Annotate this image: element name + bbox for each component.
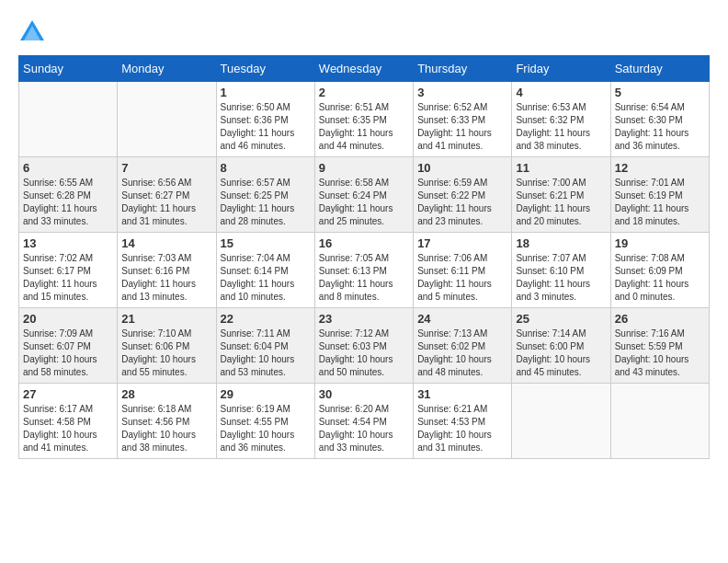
day-info: Sunrise: 6:58 AMSunset: 6:24 PMDaylight:… [319,177,409,228]
day-number: 9 [319,161,409,175]
day-info: Sunrise: 6:21 AMSunset: 4:53 PMDaylight:… [417,403,507,454]
calendar-day-cell: 1Sunrise: 6:50 AMSunset: 6:36 PMDaylight… [216,82,314,157]
weekday-header: Tuesday [216,56,314,82]
calendar-week-row: 1Sunrise: 6:50 AMSunset: 6:36 PMDaylight… [19,82,710,157]
day-number: 16 [319,236,409,250]
day-info: Sunrise: 7:14 AMSunset: 6:00 PMDaylight:… [516,327,606,379]
calendar-day-cell: 4Sunrise: 6:53 AMSunset: 6:32 PMDaylight… [512,82,610,157]
day-number: 15 [221,236,311,250]
calendar-day-cell: 28Sunrise: 6:18 AMSunset: 4:56 PMDayligh… [118,384,216,459]
day-number: 2 [319,86,409,99]
day-info: Sunrise: 6:52 AMSunset: 6:33 PMDaylight:… [417,101,507,153]
day-info: Sunrise: 6:20 AMSunset: 4:54 PMDaylight:… [319,403,409,454]
calendar-day-cell [512,384,610,459]
calendar-table: SundayMondayTuesdayWednesdayThursdayFrid… [18,55,710,459]
day-number: 4 [516,86,606,99]
calendar-day-cell: 15Sunrise: 7:04 AMSunset: 6:14 PMDayligh… [216,233,314,308]
day-number: 17 [417,236,507,250]
calendar-day-cell: 24Sunrise: 7:13 AMSunset: 6:02 PMDayligh… [414,308,512,384]
day-number: 30 [319,387,409,401]
day-number: 24 [417,312,507,326]
day-info: Sunrise: 7:09 AMSunset: 6:07 PMDaylight:… [23,327,113,379]
day-number: 5 [615,86,705,99]
day-number: 22 [221,312,311,326]
day-number: 3 [417,86,507,99]
day-number: 12 [615,161,705,175]
calendar-day-cell: 31Sunrise: 6:21 AMSunset: 4:53 PMDayligh… [414,384,512,459]
day-info: Sunrise: 7:05 AMSunset: 6:13 PMDaylight:… [319,252,409,304]
calendar-day-cell: 14Sunrise: 7:03 AMSunset: 6:16 PMDayligh… [118,233,216,308]
calendar-header-row: SundayMondayTuesdayWednesdayThursdayFrid… [19,56,710,82]
day-info: Sunrise: 7:11 AMSunset: 6:04 PMDaylight:… [221,327,311,379]
calendar-day-cell: 16Sunrise: 7:05 AMSunset: 6:13 PMDayligh… [314,233,413,308]
calendar-day-cell: 11Sunrise: 7:00 AMSunset: 6:21 PMDayligh… [512,157,610,233]
calendar-day-cell: 10Sunrise: 6:59 AMSunset: 6:22 PMDayligh… [414,157,512,233]
weekday-header: Monday [118,56,216,82]
page-header [18,18,710,46]
weekday-header: Saturday [610,56,709,82]
weekday-header: Friday [512,56,610,82]
day-number: 21 [121,312,211,326]
day-info: Sunrise: 6:50 AMSunset: 6:36 PMDaylight:… [221,101,311,153]
day-info: Sunrise: 6:56 AMSunset: 6:27 PMDaylight:… [121,177,211,228]
calendar-day-cell: 9Sunrise: 6:58 AMSunset: 6:24 PMDaylight… [314,157,413,233]
logo-icon [18,18,46,46]
day-number: 28 [121,387,211,401]
day-info: Sunrise: 7:07 AMSunset: 6:10 PMDaylight:… [516,252,606,304]
calendar-day-cell: 7Sunrise: 6:56 AMSunset: 6:27 PMDaylight… [118,157,216,233]
calendar-day-cell: 5Sunrise: 6:54 AMSunset: 6:30 PMDaylight… [610,82,709,157]
day-info: Sunrise: 6:51 AMSunset: 6:35 PMDaylight:… [319,101,409,153]
calendar-week-row: 20Sunrise: 7:09 AMSunset: 6:07 PMDayligh… [19,308,710,384]
day-info: Sunrise: 6:57 AMSunset: 6:25 PMDaylight:… [221,177,311,228]
day-info: Sunrise: 7:06 AMSunset: 6:11 PMDaylight:… [417,252,507,304]
weekday-header: Thursday [414,56,512,82]
day-info: Sunrise: 7:03 AMSunset: 6:16 PMDaylight:… [121,252,211,304]
day-number: 8 [221,161,311,175]
logo [18,18,50,46]
calendar-day-cell: 20Sunrise: 7:09 AMSunset: 6:07 PMDayligh… [19,308,118,384]
calendar-day-cell: 6Sunrise: 6:55 AMSunset: 6:28 PMDaylight… [19,157,118,233]
calendar-day-cell: 8Sunrise: 6:57 AMSunset: 6:25 PMDaylight… [216,157,314,233]
calendar-day-cell: 22Sunrise: 7:11 AMSunset: 6:04 PMDayligh… [216,308,314,384]
day-number: 19 [615,236,705,250]
day-number: 18 [516,236,606,250]
day-number: 27 [23,387,113,401]
calendar-day-cell: 18Sunrise: 7:07 AMSunset: 6:10 PMDayligh… [512,233,610,308]
day-info: Sunrise: 7:02 AMSunset: 6:17 PMDaylight:… [23,252,113,304]
day-info: Sunrise: 7:13 AMSunset: 6:02 PMDaylight:… [417,327,507,379]
calendar-day-cell: 25Sunrise: 7:14 AMSunset: 6:00 PMDayligh… [512,308,610,384]
day-info: Sunrise: 7:10 AMSunset: 6:06 PMDaylight:… [121,327,211,379]
calendar-day-cell [19,82,118,157]
calendar-day-cell: 12Sunrise: 7:01 AMSunset: 6:19 PMDayligh… [610,157,709,233]
day-info: Sunrise: 7:04 AMSunset: 6:14 PMDaylight:… [221,252,311,304]
day-info: Sunrise: 7:16 AMSunset: 5:59 PMDaylight:… [615,327,705,379]
day-info: Sunrise: 6:55 AMSunset: 6:28 PMDaylight:… [23,177,113,228]
calendar-day-cell: 21Sunrise: 7:10 AMSunset: 6:06 PMDayligh… [118,308,216,384]
calendar-day-cell: 26Sunrise: 7:16 AMSunset: 5:59 PMDayligh… [610,308,709,384]
calendar-day-cell: 23Sunrise: 7:12 AMSunset: 6:03 PMDayligh… [314,308,413,384]
calendar-day-cell: 30Sunrise: 6:20 AMSunset: 4:54 PMDayligh… [314,384,413,459]
calendar-day-cell: 13Sunrise: 7:02 AMSunset: 6:17 PMDayligh… [19,233,118,308]
day-number: 10 [417,161,507,175]
weekday-header: Sunday [19,56,118,82]
day-info: Sunrise: 7:00 AMSunset: 6:21 PMDaylight:… [516,177,606,228]
calendar-day-cell: 29Sunrise: 6:19 AMSunset: 4:55 PMDayligh… [216,384,314,459]
day-number: 7 [121,161,211,175]
day-number: 26 [615,312,705,326]
calendar-day-cell [610,384,709,459]
calendar-day-cell: 2Sunrise: 6:51 AMSunset: 6:35 PMDaylight… [314,82,413,157]
day-number: 1 [221,86,311,99]
day-number: 14 [121,236,211,250]
calendar-day-cell: 3Sunrise: 6:52 AMSunset: 6:33 PMDaylight… [414,82,512,157]
day-info: Sunrise: 6:53 AMSunset: 6:32 PMDaylight:… [516,101,606,153]
day-info: Sunrise: 7:12 AMSunset: 6:03 PMDaylight:… [319,327,409,379]
calendar-week-row: 13Sunrise: 7:02 AMSunset: 6:17 PMDayligh… [19,233,710,308]
calendar-week-row: 6Sunrise: 6:55 AMSunset: 6:28 PMDaylight… [19,157,710,233]
day-number: 11 [516,161,606,175]
day-number: 31 [417,387,507,401]
day-info: Sunrise: 6:17 AMSunset: 4:58 PMDaylight:… [23,403,113,454]
calendar-week-row: 27Sunrise: 6:17 AMSunset: 4:58 PMDayligh… [19,384,710,459]
day-info: Sunrise: 7:08 AMSunset: 6:09 PMDaylight:… [615,252,705,304]
calendar-day-cell: 17Sunrise: 7:06 AMSunset: 6:11 PMDayligh… [414,233,512,308]
day-number: 20 [23,312,113,326]
